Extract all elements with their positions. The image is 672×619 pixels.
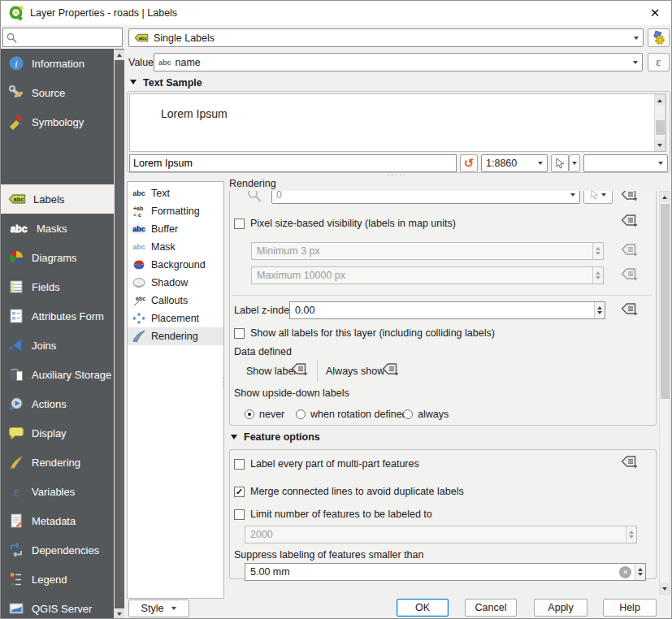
sidebar-item-auxiliary-storage[interactable]: Auxiliary Storage: [1, 360, 114, 389]
svg-text:i: i: [15, 58, 17, 70]
search-box[interactable]: [2, 28, 123, 47]
radio-when-rotation-defined[interactable]: [296, 409, 306, 419]
sidebar-item-dependencies[interactable]: Dependencies: [1, 535, 114, 565]
data-defined-override-icon[interactable]: [621, 302, 638, 316]
sidebar-item-labels[interactable]: abcLabels: [1, 184, 114, 214]
tab-shadow[interactable]: Shadow: [128, 274, 223, 292]
sidebar-item-symbology[interactable]: Symbology: [1, 107, 114, 136]
sidebar-item-masks[interactable]: abcMasks: [1, 214, 114, 243]
tab-buffer[interactable]: abcBuffer: [128, 220, 223, 238]
fields-icon: [8, 279, 24, 295]
data-defined-override-icon[interactable]: [621, 243, 638, 257]
sidebar-scroll-up[interactable]: [115, 50, 124, 60]
clear-field-icon[interactable]: ✕: [619, 566, 631, 578]
data-defined-override-icon[interactable]: [382, 362, 399, 376]
tab-rendering[interactable]: Rendering: [128, 327, 223, 345]
style-button[interactable]: Style: [128, 600, 189, 617]
sidebar-item-source[interactable]: Source: [1, 78, 114, 107]
tab-mask[interactable]: abcMask: [128, 238, 223, 256]
sidebar-item-attributes-form[interactable]: Attributes Form: [1, 301, 114, 331]
sidebar-item-qgis-server[interactable]: QGIS Server: [1, 594, 114, 619]
suppress-size-spinbox[interactable]: 5.00 mm ✕: [245, 563, 646, 581]
limit-features-value: 2000: [250, 529, 622, 540]
sidebar-item-variables[interactable]: εVariables: [1, 477, 114, 506]
expression-builder-button[interactable]: ε: [648, 53, 670, 71]
sidebar-item-information[interactable]: iInformation: [1, 49, 114, 78]
sidebar-item-actions[interactable]: Actions: [1, 389, 114, 418]
radio-always[interactable]: [403, 409, 413, 419]
set-scale-from-map-button[interactable]: [551, 154, 569, 172]
labels-tag-icon: abc: [8, 193, 26, 206]
merge-lines-checkbox[interactable]: ✓: [234, 487, 245, 497]
z-index-value: 0.00: [295, 305, 591, 316]
rendering-scroll-area: 0 Pixel size-based visibility (labels in…: [229, 191, 657, 595]
tab-placement[interactable]: Placement: [128, 310, 223, 327]
qgis-server-icon: [8, 600, 24, 617]
panel-scrollbar[interactable]: [659, 191, 670, 595]
search-input[interactable]: [20, 32, 110, 43]
tab-background[interactable]: Background: [128, 256, 223, 274]
radio-never[interactable]: [245, 409, 254, 419]
preview-scroll-up[interactable]: [655, 95, 665, 106]
data-defined-label: Data defined: [234, 346, 292, 357]
max-pixel-size-spinbox[interactable]: Maximum 10000 px: [251, 266, 604, 284]
limit-features-checkbox[interactable]: [234, 509, 245, 520]
splitter-handle[interactable]: ·····: [387, 173, 407, 176]
sidebar-item-legend[interactable]: Legend: [1, 565, 114, 594]
ok-button[interactable]: OK: [397, 599, 449, 617]
label-mode-value: Single Labels: [154, 32, 215, 44]
min-pixel-size-spinbox[interactable]: Minimum 3 px: [251, 242, 604, 260]
radio-always-label: always: [418, 409, 449, 420]
preview-background-combo[interactable]: [583, 154, 668, 172]
sidebar-item-fields[interactable]: Fields: [1, 272, 114, 301]
reset-sample-button[interactable]: ↺: [460, 154, 478, 172]
panel-splitter-handle[interactable]: ···: [222, 376, 225, 388]
preview-scale-combo[interactable]: 1:8860: [481, 154, 548, 172]
sidebar-item-joins[interactable]: Joins: [1, 331, 114, 360]
panel-scroll-down[interactable]: [660, 583, 670, 594]
help-button[interactable]: Help: [603, 599, 657, 617]
limit-features-spinbox[interactable]: 2000: [245, 526, 637, 543]
pixel-visibility-checkbox[interactable]: [234, 219, 245, 229]
z-index-spinbox[interactable]: 0.00: [289, 301, 605, 319]
rendering-tab-icon: [132, 330, 146, 343]
data-defined-override-icon[interactable]: [291, 362, 308, 376]
maximum-scale-value: 0: [276, 191, 282, 201]
apply-button[interactable]: Apply: [534, 599, 587, 617]
automated-placement-button[interactable]: [648, 28, 670, 47]
map-cursor-dropdown[interactable]: [569, 154, 580, 172]
feature-options-collapse-icon[interactable]: [231, 435, 237, 439]
sidebar-scroll-down[interactable]: [115, 608, 124, 619]
sidebar-item-rendering[interactable]: Rendering: [1, 448, 114, 477]
cancel-button[interactable]: Cancel: [465, 599, 517, 617]
sidebar-item-diagrams[interactable]: Diagrams: [1, 243, 114, 272]
sidebar-scrollbar[interactable]: [114, 49, 124, 619]
show-all-labels-checkbox[interactable]: [234, 328, 245, 339]
data-defined-override-icon[interactable]: [621, 191, 638, 201]
maximum-scale-combo[interactable]: 0: [271, 191, 580, 204]
data-defined-override-icon[interactable]: [621, 267, 638, 281]
dropdown-arrow-icon: [658, 162, 663, 165]
text-sample-collapse-icon[interactable]: [130, 80, 137, 84]
close-icon[interactable]: ✕: [644, 6, 665, 20]
abc-field-icon: abc: [158, 58, 171, 67]
show-all-labels-label: Show all labels for this layer (includin…: [250, 327, 495, 339]
scale-from-canvas-button[interactable]: [583, 191, 613, 204]
sidebar-item-display[interactable]: Display: [1, 418, 114, 448]
panel-scroll-up[interactable]: [660, 192, 670, 202]
preview-scrollbar[interactable]: [654, 94, 665, 151]
preview-scroll-down[interactable]: [655, 140, 665, 150]
tab-formatting[interactable]: +ab< cFormatting: [128, 202, 223, 220]
label-mode-combo[interactable]: abc Single Labels: [128, 28, 644, 47]
sidebar-item-metadata[interactable]: Metadata: [1, 506, 114, 535]
data-defined-override-icon[interactable]: [621, 214, 638, 227]
sample-text-input[interactable]: [133, 158, 453, 169]
tab-text[interactable]: abcText: [128, 184, 223, 202]
tab-callouts[interactable]: abcCallouts: [128, 292, 223, 310]
text-sample-header: Text Sample: [143, 77, 202, 89]
max-pixel-size-value: Maximum 10000 px: [257, 270, 589, 281]
multipart-checkbox[interactable]: [234, 459, 245, 470]
data-defined-override-icon[interactable]: [621, 455, 638, 469]
value-label: Value: [128, 57, 154, 68]
value-field-combo[interactable]: abc name: [154, 53, 643, 71]
